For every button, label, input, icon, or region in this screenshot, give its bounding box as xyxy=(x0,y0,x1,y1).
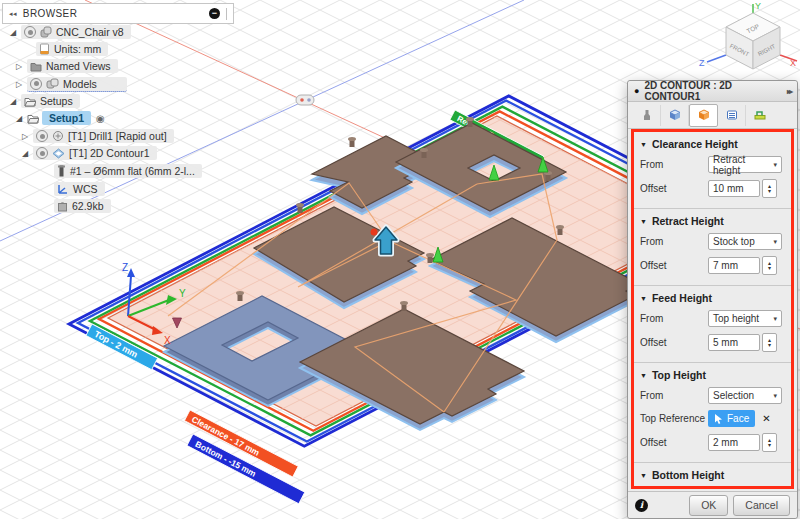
offset-label: Offset xyxy=(640,183,708,194)
clearance-from-select[interactable]: Retract height ▾ xyxy=(708,156,782,173)
heights-tab-icon xyxy=(698,109,710,121)
visibility-eye-icon[interactable] xyxy=(36,130,48,142)
collapse-panel-icon[interactable]: ◂◂ xyxy=(9,10,17,18)
drill-operation-icon xyxy=(52,130,64,142)
dialog-title-bar[interactable]: ● 2D CONTOUR : 2D CONTOUR1 ▸▸ xyxy=(628,81,797,102)
collapse-triangle-icon: ▼ xyxy=(640,472,647,479)
browser-panel-header: ◂◂ BROWSER − xyxy=(2,3,234,24)
info-icon[interactable]: i xyxy=(635,499,648,512)
tab-heights[interactable] xyxy=(689,104,718,127)
open-folder-icon xyxy=(27,113,39,124)
tab-geometry[interactable] xyxy=(661,105,689,126)
offset-spinner[interactable]: ▴▾ xyxy=(762,179,777,198)
chevron-down-icon: ▾ xyxy=(773,315,777,323)
tree-row-named-views[interactable]: ▷ Named Views xyxy=(14,58,118,74)
collapse-triangle-icon: ▼ xyxy=(640,141,647,148)
heights-parameters-panel: ▼ Clearance Height From Retract height ▾… xyxy=(631,129,794,489)
named-views-item[interactable]: Named Views xyxy=(27,59,118,73)
top-from-select[interactable]: Selection ▾ xyxy=(708,387,782,404)
section-retract-height: ▼ Retract Height From Stock top ▾ Offset… xyxy=(634,209,791,286)
section-header[interactable]: ▼ Top Height xyxy=(640,369,785,381)
triad-x-label: X xyxy=(164,335,171,346)
drill1-operation[interactable]: [T1] Drill1 [Rapid out] xyxy=(33,129,174,143)
retract-offset-input[interactable]: 7 mm xyxy=(708,257,760,274)
tab-passes[interactable] xyxy=(718,105,746,126)
linking-tab-icon xyxy=(754,109,766,121)
section-feed-height: ▼ Feed Height From Top height ▾ Offset 5… xyxy=(634,286,791,363)
clear-selection-button[interactable]: ✕ xyxy=(762,413,770,424)
expand-open-icon[interactable]: ◢ xyxy=(8,97,18,106)
top-reference-face-chip[interactable]: Face xyxy=(708,410,755,427)
visibility-eye-icon[interactable] xyxy=(30,78,42,90)
section-bottom-height: ▼ Bottom Height From Selection ▾ Bottom … xyxy=(634,463,791,489)
contour1-label: [T1] 2D Contour1 xyxy=(69,147,150,159)
offset-label: Offset xyxy=(640,337,708,348)
tree-row-drill1[interactable]: ▷ [T1] Drill1 [Rapid out] xyxy=(20,128,174,144)
tree-row-wcs[interactable]: WCS xyxy=(54,181,105,197)
expand-closed-icon[interactable]: ▷ xyxy=(14,80,24,89)
geometry-tab-icon xyxy=(669,109,681,121)
bodies-icon xyxy=(46,78,59,89)
models-item[interactable]: Models xyxy=(27,77,127,92)
tab-tool[interactable] xyxy=(633,105,661,126)
section-header[interactable]: ▼ Clearance Height xyxy=(640,138,785,150)
toolpath-entry-point[interactable] xyxy=(371,229,378,236)
offset-spinner[interactable]: ▴▾ xyxy=(762,433,777,452)
triad-y-label: Y xyxy=(179,288,186,299)
component-root[interactable]: CNC_Chair v8 xyxy=(21,25,131,39)
feed-offset-input[interactable]: 5 mm xyxy=(708,334,760,351)
tree-row-setup1[interactable]: ◢ Setup1 ◉ xyxy=(14,110,105,126)
expand-open-icon[interactable]: ◢ xyxy=(20,149,30,158)
section-header[interactable]: ▼ Feed Height xyxy=(640,292,785,304)
tree-row-setups[interactable]: ◢ Setups xyxy=(8,93,80,109)
triad-z-label: Z xyxy=(122,262,128,273)
offset-spinner[interactable]: ▴▾ xyxy=(762,333,777,352)
dialog-title: 2D CONTOUR : 2D CONTOUR1 xyxy=(644,80,782,102)
active-setup-icon[interactable]: ◉ xyxy=(96,113,105,124)
tree-row-2d-contour1[interactable]: ◢ [T1] 2D Contour1 xyxy=(20,145,157,161)
component-icon xyxy=(40,26,52,38)
tree-row-component[interactable]: ◢ CNC_Chair v8 xyxy=(8,24,131,40)
setups-folder[interactable]: Setups xyxy=(21,94,80,108)
visibility-eye-icon[interactable] xyxy=(24,26,36,38)
wcs-item[interactable]: WCS xyxy=(54,182,105,196)
tab-linking[interactable] xyxy=(746,105,773,126)
clearance-offset-input[interactable]: 10 mm xyxy=(708,180,760,197)
tree-row-filesize[interactable]: 62.9kb xyxy=(54,198,111,214)
detach-panel-icon[interactable]: − xyxy=(209,8,220,19)
wcs-axes-icon xyxy=(57,183,69,195)
setup1-selected-label[interactable]: Setup1 xyxy=(42,111,91,125)
cancel-button[interactable]: Cancel xyxy=(733,495,790,516)
section-header[interactable]: ▼ Retract Height xyxy=(640,215,785,227)
tool-item[interactable]: #1 – Ø6mm flat (6mm 2-l... xyxy=(54,164,202,178)
filesize-item[interactable]: 62.9kb xyxy=(54,199,111,213)
retract-from-select[interactable]: Stock top ▾ xyxy=(708,233,782,250)
feed-from-select[interactable]: Top height ▾ xyxy=(708,310,782,327)
models-label: Models xyxy=(63,78,97,90)
drill1-label: [T1] Drill1 [Rapid out] xyxy=(68,130,167,142)
top-reference-label: Top Reference xyxy=(640,413,708,424)
tree-row-tool[interactable]: #1 – Ø6mm flat (6mm 2-l... xyxy=(54,163,202,179)
offset-spinner[interactable]: ▴▾ xyxy=(762,256,777,275)
expand-open-icon[interactable]: ◢ xyxy=(14,114,24,123)
expand-closed-icon[interactable]: ▷ xyxy=(14,62,24,71)
top-offset-input[interactable]: 2 mm xyxy=(708,434,760,451)
panel-resize-handle[interactable] xyxy=(226,8,227,20)
expand-closed-icon[interactable]: ▷ xyxy=(20,132,30,141)
tree-row-models[interactable]: ▷ Models xyxy=(14,76,127,92)
visibility-eye-icon[interactable] xyxy=(36,147,48,159)
units-item[interactable]: Units: mm xyxy=(36,42,108,56)
bottom-from-select[interactable]: Selection ▾ xyxy=(708,487,782,489)
tree-row-units[interactable]: Units: mm xyxy=(36,41,108,57)
chevron-down-icon: ▾ xyxy=(773,238,777,246)
dialog-footer: i OK Cancel xyxy=(628,491,797,518)
expand-open-icon[interactable]: ◢ xyxy=(8,28,18,37)
contour1-operation[interactable]: [T1] 2D Contour1 xyxy=(33,146,157,160)
section-header[interactable]: ▼ Bottom Height xyxy=(640,469,785,481)
component-label: CNC_Chair v8 xyxy=(56,26,124,38)
ok-button[interactable]: OK xyxy=(689,495,728,516)
collapse-dialog-icon[interactable]: ▸▸ xyxy=(787,87,791,96)
section-clearance-height: ▼ Clearance Height From Retract height ▾… xyxy=(634,132,791,209)
named-views-label: Named Views xyxy=(46,60,111,72)
browser-title: BROWSER xyxy=(23,8,77,19)
